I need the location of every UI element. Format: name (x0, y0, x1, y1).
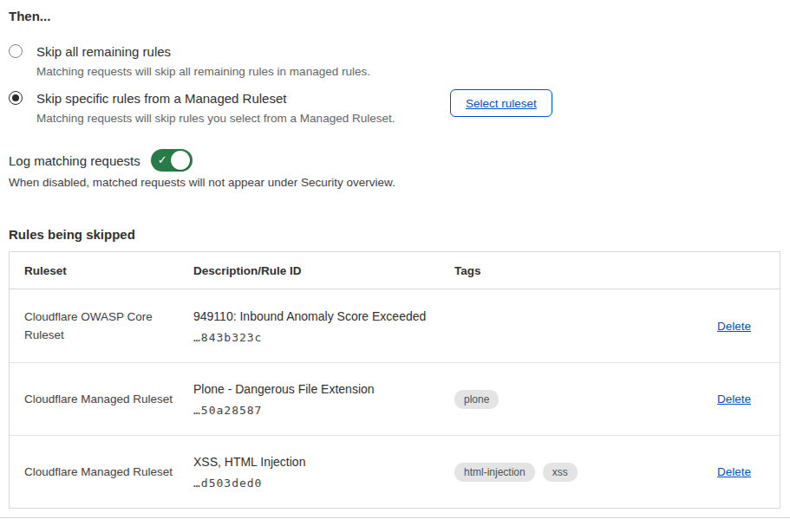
rule-tags: html-injectionxss (454, 463, 716, 482)
radio-skip-specific-rules[interactable] (9, 91, 23, 105)
log-toggle[interactable]: ✓ (151, 149, 193, 172)
log-toggle-description: When disabled, matched requests will not… (9, 176, 395, 189)
column-header-tags: Tags (454, 264, 716, 277)
ruleset-name: Cloudflare OWASP Core Ruleset (10, 308, 193, 344)
table-header-row: Ruleset Description/Rule ID Tags (10, 252, 780, 289)
section-divider (0, 517, 790, 518)
rule-description: 949110: Inbound Anomaly Score Exceeded (193, 308, 446, 324)
rules-table: Ruleset Description/Rule ID Tags Cloudfl… (9, 251, 780, 509)
rule-id: …50a28587 (193, 404, 446, 417)
log-matching-requests-label: Log matching requests (9, 153, 140, 168)
radio-dot (12, 48, 19, 55)
waf-skip-rule-config: Then... Skip all remaining rules Matchin… (0, 0, 790, 532)
select-ruleset-button[interactable]: Select ruleset (450, 89, 552, 117)
option-description: Matching requests will skip rules you se… (36, 111, 395, 126)
tag-pill: xss (543, 463, 578, 482)
then-heading: Then... (9, 9, 50, 23)
rule-id: …d503ded0 (193, 477, 446, 490)
toggle-knob (171, 151, 190, 170)
option-skip-all-remaining[interactable]: Skip all remaining rules Matching reques… (9, 43, 370, 79)
radio-dot (12, 94, 19, 101)
rules-being-skipped-heading: Rules being skipped (9, 227, 135, 242)
rule-description: XSS, HTML Injection (193, 454, 446, 470)
option-description: Matching requests will skip all remainin… (36, 64, 370, 79)
column-header-description: Description/Rule ID (193, 264, 454, 277)
ruleset-name: Cloudflare Managed Ruleset (10, 463, 193, 481)
rule-id: …843b323c (193, 331, 446, 344)
option-label[interactable]: Skip all remaining rules (36, 43, 370, 60)
delete-link[interactable]: Delete (717, 320, 751, 333)
tag-pill: plone (454, 390, 499, 409)
option-skip-specific-rules[interactable]: Skip specific rules from a Managed Rules… (9, 90, 395, 126)
delete-link[interactable]: Delete (717, 393, 751, 405)
option-label[interactable]: Skip specific rules from a Managed Rules… (36, 90, 395, 107)
radio-skip-all-remaining[interactable] (9, 44, 23, 58)
table-row: Cloudflare Managed Ruleset Plone - Dange… (10, 362, 780, 435)
ruleset-name: Cloudflare Managed Ruleset (10, 390, 193, 408)
table-body: Cloudflare OWASP Core Ruleset 949110: In… (10, 289, 780, 508)
column-header-ruleset: Ruleset (10, 264, 193, 277)
rule-description: Plone - Dangerous File Extension (193, 381, 446, 397)
tag-pill: html-injection (454, 463, 535, 482)
table-row: Cloudflare OWASP Core Ruleset 949110: In… (10, 289, 780, 362)
check-icon: ✓ (158, 154, 167, 165)
delete-link[interactable]: Delete (717, 465, 751, 478)
rule-tags: plone (454, 390, 716, 409)
table-row: Cloudflare Managed Ruleset XSS, HTML Inj… (10, 435, 780, 508)
